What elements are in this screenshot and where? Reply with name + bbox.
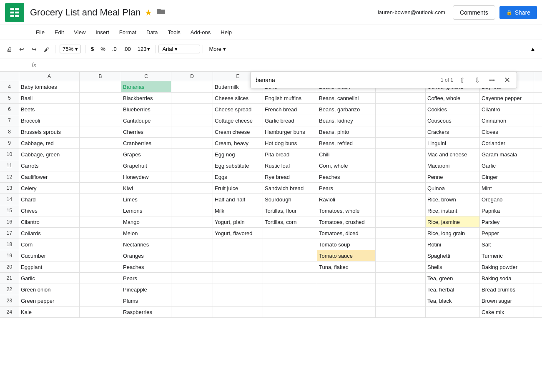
grid-cell[interactable] xyxy=(171,284,213,295)
grid-cell[interactable]: Rice, long grain xyxy=(426,228,480,239)
grid-cell[interactable] xyxy=(171,273,213,284)
grid-cell[interactable]: Crackers xyxy=(426,126,480,137)
grid-cell[interactable]: Couscous xyxy=(426,115,480,126)
grid-cell[interactable] xyxy=(80,115,121,126)
grid-cell[interactable]: Shells xyxy=(426,261,480,272)
grid-cell[interactable]: Blueberries xyxy=(121,104,171,115)
grid-cell[interactable]: Celery xyxy=(19,183,80,193)
grid-cell[interactable] xyxy=(80,307,121,317)
menu-format[interactable]: Format xyxy=(115,28,141,37)
grid-cell[interactable]: Cayenne pepper xyxy=(480,93,534,103)
grid-cell[interactable]: Cauliflower xyxy=(19,171,80,182)
grid-cell[interactable]: Pepper xyxy=(480,228,534,239)
grid-cell[interactable]: Penne xyxy=(426,171,480,182)
grid-cell[interactable]: Garlic xyxy=(19,273,80,284)
grid-cell[interactable]: Half and half xyxy=(213,194,263,205)
grid-cell[interactable] xyxy=(80,138,121,148)
decimal-decrease-button[interactable]: .0 xyxy=(109,45,120,53)
grid-cell[interactable] xyxy=(80,284,121,295)
grid-cell[interactable]: Egg nog xyxy=(213,149,263,160)
grid-cell[interactable]: Cheese slices xyxy=(213,93,263,103)
grid-cell[interactable]: Rice, instant xyxy=(426,205,480,216)
grid-cell[interactable]: Eggs xyxy=(213,171,263,182)
grid-cell[interactable]: Cantaloupe xyxy=(121,115,171,126)
grid-cell[interactable]: Cloves xyxy=(480,126,534,137)
menu-view[interactable]: View xyxy=(70,28,90,37)
grid-cell[interactable]: Honeydew xyxy=(121,171,171,182)
grid-cell[interactable]: Quinoa xyxy=(426,183,480,193)
grid-cell[interactable]: Peaches xyxy=(121,261,171,272)
grid-cell[interactable]: Garlic xyxy=(480,160,534,171)
grid-cell[interactable]: Cabbage, green xyxy=(19,149,80,160)
grid-cell[interactable] xyxy=(171,228,213,239)
user-email[interactable]: lauren-bowen@outlook.com xyxy=(378,9,445,15)
grid-cell[interactable] xyxy=(376,126,426,137)
more-toolbar-button[interactable]: More ▾ xyxy=(206,45,229,53)
grid-cell[interactable] xyxy=(171,205,213,216)
grid-cell[interactable]: Tea, black xyxy=(426,295,480,306)
comments-button[interactable]: Comments xyxy=(453,5,495,20)
grid-cell[interactable] xyxy=(263,295,317,306)
grid-cell[interactable] xyxy=(213,261,263,272)
grid-cell[interactable]: Cabbage, red xyxy=(19,138,80,148)
grid-cell[interactable]: Coriander xyxy=(480,138,534,148)
grid-cell[interactable]: Rotini xyxy=(426,239,480,250)
grid-cell[interactable] xyxy=(80,239,121,250)
grid-cell[interactable] xyxy=(213,239,263,250)
grid-cell[interactable]: Tea, herbal xyxy=(426,284,480,295)
grid-cell[interactable] xyxy=(80,273,121,284)
grid-cell[interactable] xyxy=(80,295,121,306)
currency-button[interactable]: $ xyxy=(88,45,97,53)
grid-cell[interactable]: Sourdough xyxy=(263,194,317,205)
grid-cell[interactable]: Cucumber xyxy=(19,250,80,261)
grid-cell[interactable] xyxy=(376,284,426,295)
grid-cell[interactable]: Hamburger buns xyxy=(263,126,317,137)
decimal-increase-button[interactable]: .00 xyxy=(120,45,134,53)
grid-cell[interactable] xyxy=(80,126,121,137)
doc-title-text[interactable]: Grocery List and Meal Plan xyxy=(30,7,141,18)
find-prev-button[interactable]: ⇧ xyxy=(456,74,468,86)
grid-cell[interactable] xyxy=(376,115,426,126)
grid-cell[interactable] xyxy=(263,261,317,272)
menu-help[interactable]: Help xyxy=(216,28,236,37)
grid-cell[interactable] xyxy=(171,81,213,92)
grid-cell[interactable] xyxy=(171,194,213,205)
grid-cell[interactable] xyxy=(171,261,213,272)
grid-cell[interactable]: Nectarines xyxy=(121,239,171,250)
grid-cell[interactable]: Pears xyxy=(317,183,376,193)
grid-cell[interactable]: Tea, green xyxy=(426,273,480,284)
grid-cell[interactable] xyxy=(376,205,426,216)
zoom-selector[interactable]: 75% ▾ xyxy=(60,45,81,53)
grid-cell[interactable] xyxy=(171,126,213,137)
grid-cell[interactable] xyxy=(426,307,480,317)
grid-cell[interactable] xyxy=(376,295,426,306)
grid-cell[interactable] xyxy=(80,216,121,227)
grid-cell[interactable]: Baby tomatoes xyxy=(19,81,80,92)
grid-cell[interactable]: Cherries xyxy=(121,126,171,137)
grid-cell[interactable]: Parsley xyxy=(480,216,534,227)
grid-cell[interactable] xyxy=(317,273,376,284)
grid-cell[interactable]: Yogurt, flavored xyxy=(213,228,263,239)
grid-cell[interactable]: Cinnamon xyxy=(480,115,534,126)
grid-cell[interactable] xyxy=(263,307,317,317)
grid-cell[interactable] xyxy=(376,228,426,239)
grid-cell[interactable]: Chili xyxy=(317,149,376,160)
grid-cell[interactable]: Ginger xyxy=(480,171,534,182)
grid-cell[interactable]: Tomatoes, crushed xyxy=(317,216,376,227)
grid-cell[interactable]: Beans, refried xyxy=(317,138,376,148)
undo-button[interactable]: ↩ xyxy=(16,43,28,55)
grid-cell[interactable]: Beans, kidney xyxy=(317,115,376,126)
grid-cell[interactable] xyxy=(171,216,213,227)
grid-cell[interactable]: Cilantro xyxy=(19,216,80,227)
menu-edit[interactable]: Edit xyxy=(50,28,68,37)
grid-cell[interactable]: Sandwich bread xyxy=(263,183,317,193)
grid-cell[interactable] xyxy=(376,194,426,205)
grid-cell[interactable]: Tortillas, flour xyxy=(263,205,317,216)
grid-cell[interactable] xyxy=(171,104,213,115)
grid-cell[interactable] xyxy=(213,284,263,295)
grid-cell[interactable]: Peaches xyxy=(317,171,376,182)
grid-cell[interactable]: Raspberries xyxy=(121,307,171,317)
grid-cell[interactable]: Paprika xyxy=(480,205,534,216)
redo-button[interactable]: ↪ xyxy=(28,43,40,55)
grid-cell[interactable]: English muffins xyxy=(263,93,317,103)
